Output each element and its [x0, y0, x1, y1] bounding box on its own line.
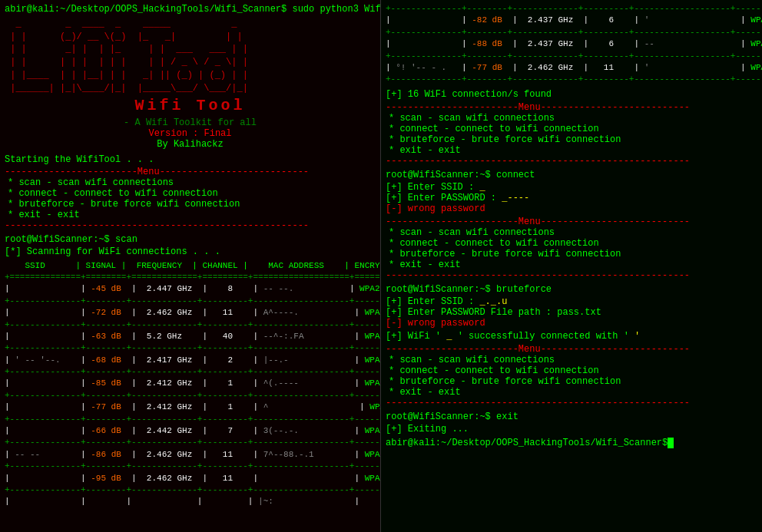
table-sep-r6: +--------------+--------+-------------+-…	[5, 414, 376, 425]
table-row: | | -72 dB | 2.462 GHz | 11 | A^----. | …	[5, 307, 376, 319]
left-panel: abir@kali:~/Desktop/OOPS_HackingTools/Wi…	[0, 0, 381, 532]
table-sep-rb: +--------------+--------+-------------+-…	[386, 51, 757, 62]
table-sep-r8: +--------------+--------+-------------+-…	[5, 461, 376, 472]
table-sep-top: +--------------+--------+-------------+-…	[386, 3, 757, 15]
table-row: | | -95 dB | 2.462 GHz | 11 | | WPA |	[5, 473, 376, 484]
menu-border-r2-bot: ----------------------------------------…	[386, 270, 757, 281]
wifi-tool-title: Wifi Tool	[5, 97, 376, 114]
r3-menu-item-4: * exit - exit	[386, 387, 757, 398]
prompt-header: abir@kali:~/Desktop/OOPS_HackingTools/Wi…	[5, 3, 376, 16]
menu-item-2: * connect - connect to wifi connection	[5, 188, 376, 199]
prompt-exit: root@WifiScanner:~$ exit	[386, 411, 757, 422]
table-row: | | -66 dB | 2.442 GHz | 7 | 3(--.-. | W…	[5, 425, 376, 437]
table-sep: +==============+========+=============+=…	[5, 272, 376, 283]
menu-border-top-left: ------------------------Menu------------…	[5, 167, 376, 177]
r3-menu-item-1: * scan - scan wifi connections	[386, 355, 757, 365]
menu-item-1: * scan - scan wifi connections	[5, 177, 376, 188]
menu-border-r1-bot: ----------------------------------------…	[386, 156, 757, 167]
pass-value: _----	[502, 193, 529, 203]
r2-menu-item-3: * bruteforce - brute force wifi connecti…	[386, 249, 757, 259]
table-row-r3: | °! '-- - . | -77 dB | 2.462 GHz | 11 |…	[386, 62, 757, 74]
table-row: | | -77 dB | 2.412 GHz | 1 | ^ | WPA2 |	[5, 401, 376, 413]
menu-border-r3: ------------------------Menu------------…	[386, 344, 757, 355]
table-row: | | -63 dB | 5.2 GHz | 40 | --^-:.FA | W…	[5, 331, 376, 342]
r2-menu-item-4: * exit - exit	[386, 259, 757, 270]
table-sep-ra: +--------------+--------+-------------+-…	[386, 27, 757, 38]
success-line: [+] WiFi ' _ ' successfully connected wi…	[386, 331, 757, 342]
starting-text: Starting the WifiTool . . .	[5, 154, 376, 165]
scanning-text: [*] Scanning for WiFi connections . . .	[5, 246, 376, 257]
exiting-text: [+] Exiting ...	[386, 424, 757, 435]
table-sep-r4: +--------------+--------+-------------+-…	[5, 366, 376, 378]
r3-menu-item-3: * bruteforce - brute force wifi connecti…	[386, 376, 757, 387]
menu-item-4: * exit - exit	[5, 210, 376, 220]
wrong-password-2: [-] wrong password	[386, 318, 757, 329]
table-row: | -- -- | -86 dB | 2.462 GHz | 11 | 7^--…	[5, 449, 376, 461]
table-row: | | -45 dB | 2.447 GHz | 8 | -- --. | WP…	[5, 283, 376, 295]
title-art: _ _ ____ _ _____ _ | | (_)/ __ \(_) |_ _…	[5, 18, 376, 95]
right-panel: +--------------+--------+-------------+-…	[381, 0, 762, 532]
enter-ssid: [+] Enter SSID : _	[386, 182, 757, 193]
table-row: | ' -- '--. | -68 dB | 2.417 GHz | 2 | |…	[5, 355, 376, 366]
r2-menu-item-2: * connect - connect to wifi connection	[386, 238, 757, 249]
r-menu-item-3: * bruteforce - brute force wifi connecti…	[386, 134, 757, 145]
ssid2-value: _._.u	[479, 296, 507, 307]
table-sep-r7: +--------------+--------+-------------+-…	[5, 437, 376, 448]
menu-border-r3-bot: ----------------------------------------…	[386, 398, 757, 408]
final-prompt: abir@kali:~/Desktop/OOPS_HackingTools/Wi…	[386, 438, 757, 448]
menu-border-r2: ------------------------Menu------------…	[386, 216, 757, 227]
table-sep-rc: +--------------+--------+-------------+-…	[386, 74, 757, 85]
enter-ssid2: [+] Enter SSID : _._.u	[386, 296, 757, 307]
success-ssid: _	[441, 331, 458, 342]
subtitle: - A Wifi Toolkit for all	[5, 117, 376, 128]
wrong-password-1: [-] wrong password	[386, 203, 757, 214]
prompt-connect: root@WifiScanner:~$ connect	[386, 170, 757, 180]
r-menu-item-4: * exit - exit	[386, 145, 757, 156]
cursor	[668, 438, 674, 448]
r-menu-item-1: * scan - scan wifi connections	[386, 113, 757, 124]
menu-border-bot-left: ----------------------------------------…	[5, 220, 376, 231]
table-row-r2: | | -88 dB | 2.437 GHz | 6 | -- | WPA2 |	[386, 38, 757, 50]
table-row-r1: | | -82 dB | 2.437 GHz | 6 | ' | WPA2 |	[386, 15, 757, 26]
table-sep-r1: +--------------+--------+-------------+-…	[5, 296, 376, 307]
table-header: SSID | SIGNAL | FREQUENCY | CHANNEL | MA…	[5, 260, 376, 272]
table-sep-r5: +--------------+--------+-------------+-…	[5, 390, 376, 401]
r-menu-item-2: * connect - connect to wifi connection	[386, 124, 757, 134]
menu-item-3: * bruteforce - brute force wifi connecti…	[5, 199, 376, 210]
enter-passfile: [+] Enter PASSWORD File path : pass.txt	[386, 307, 757, 318]
table-row: | | -85 dB | 2.412 GHz | 1 | ^(.---- | W…	[5, 378, 376, 389]
author: By Kalihackz	[5, 139, 376, 150]
r2-menu-item-1: * scan - scan wifi connections	[386, 227, 757, 238]
wifi-found: [+] 16 WiFi connection/s found	[386, 89, 757, 100]
prompt-scan: root@WifiScanner:~$ scan	[5, 234, 376, 245]
menu-border-r1: ------------------------Menu------------…	[386, 102, 757, 113]
table-sep-r2: +--------------+--------+-------------+-…	[5, 319, 376, 331]
enter-pass: [+] Enter PASSWORD : _----	[386, 193, 757, 203]
table-sep-r9: +--------------+--------+-------------+-…	[5, 484, 376, 496]
ssid-value: _	[479, 182, 485, 193]
table-row-last: | | | | | |~: | |	[5, 496, 376, 507]
table-sep-r3: +--------------+--------+-------------+-…	[5, 342, 376, 354]
version: Version : Final	[5, 128, 376, 139]
prompt-brute: root@WifiScanner:~$ bruteforce	[386, 284, 757, 295]
r3-menu-item-2: * connect - connect to wifi connection	[386, 365, 757, 376]
